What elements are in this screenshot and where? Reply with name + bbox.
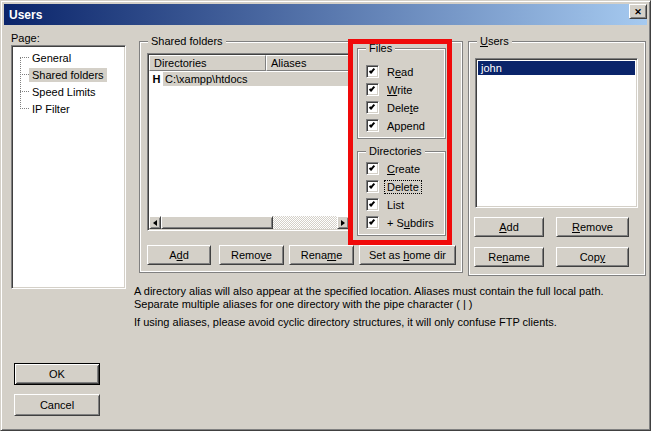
files-read-checkbox[interactable]: Read: [366, 64, 415, 79]
user-add-button[interactable]: Add: [474, 217, 544, 237]
alias-note-text: A directory alias will also appear at th…: [134, 285, 646, 311]
user-row-john[interactable]: john: [478, 61, 635, 75]
checkmark-icon: [369, 182, 375, 188]
dirs-subdirs-checkbox[interactable]: + Subdirs: [366, 215, 436, 230]
checkbox[interactable]: [366, 119, 379, 132]
checkmark-icon: [369, 164, 375, 170]
folder-add-button[interactable]: Add: [147, 245, 211, 265]
cyclic-note-text: If using aliases, please avoid cyclic di…: [134, 316, 646, 329]
checkmark-icon: [369, 67, 375, 73]
checkbox[interactable]: [366, 198, 379, 211]
title-bar[interactable]: Users: [4, 4, 647, 25]
close-icon: ✕: [634, 7, 642, 17]
ok-button[interactable]: OK: [14, 363, 100, 385]
scrollbar-thumb[interactable]: [161, 216, 273, 229]
scroll-left-icon: [153, 220, 157, 226]
checkbox[interactable]: [366, 83, 379, 96]
directories-group-label: Directories: [366, 144, 425, 158]
checkbox[interactable]: [366, 162, 379, 175]
checkbox[interactable]: [366, 180, 379, 193]
column-header-directories[interactable]: Directories: [149, 55, 266, 71]
checkbox[interactable]: [366, 65, 379, 78]
dirs-delete-checkbox[interactable]: Delete: [366, 179, 421, 194]
tree-stub-icon: [20, 57, 29, 58]
checkmark-icon: [369, 218, 375, 224]
checkmark-icon: [369, 121, 375, 127]
files-write-checkbox[interactable]: Write: [366, 82, 414, 97]
home-marker: H: [150, 73, 163, 85]
page-item-ip-filter[interactable]: IP Filter: [15, 100, 121, 117]
page-list: General Shared folders Speed Limits IP F…: [11, 45, 126, 289]
user-copy-button[interactable]: Copy: [556, 247, 629, 267]
folder-rename-button[interactable]: Rename: [289, 245, 354, 265]
dirs-list-checkbox[interactable]: List: [366, 197, 406, 212]
files-append-checkbox[interactable]: Append: [366, 118, 427, 133]
directory-row[interactable]: H C:\xampp\htdocs: [150, 72, 348, 86]
page-item-general[interactable]: General: [15, 49, 121, 66]
users-dialog: Users ✕ Page: General Shared folders Spe…: [0, 0, 651, 431]
directory-path: C:\xampp\htdocs: [163, 72, 348, 86]
user-rename-button[interactable]: Rename: [474, 247, 544, 267]
page-label: Page:: [11, 32, 40, 44]
files-group-label: Files: [366, 41, 395, 55]
checkmark-icon: [369, 200, 375, 206]
horizontal-scrollbar[interactable]: [149, 216, 349, 229]
scroll-right-icon: [341, 220, 345, 226]
checkbox[interactable]: [366, 216, 379, 229]
directories-list: Directories Aliases H C:\xampp\htdocs: [147, 53, 351, 231]
checkmark-icon: [369, 85, 375, 91]
tree-stub-icon: [20, 74, 29, 75]
files-delete-checkbox[interactable]: Delete: [366, 100, 421, 115]
column-header-aliases[interactable]: Aliases: [266, 55, 349, 71]
scroll-left-button[interactable]: [149, 216, 161, 229]
scroll-right-button[interactable]: [337, 216, 349, 229]
close-button[interactable]: ✕: [629, 4, 647, 19]
tree-stub-icon: [20, 91, 29, 92]
page-item-speed-limits[interactable]: Speed Limits: [15, 83, 121, 100]
window-title: Users: [9, 8, 42, 22]
tree-stub-icon: [20, 108, 29, 109]
folder-remove-button[interactable]: Remove: [219, 245, 284, 265]
checkmark-icon: [369, 103, 375, 109]
shared-folders-group-label: Shared folders: [148, 34, 226, 48]
checkbox[interactable]: [366, 101, 379, 114]
dirs-create-checkbox[interactable]: Create: [366, 161, 422, 176]
set-as-home-dir-button[interactable]: Set as home dir: [359, 245, 456, 265]
users-list: john: [475, 58, 638, 208]
cancel-button[interactable]: Cancel: [14, 394, 100, 416]
users-group-label: Users: [477, 34, 512, 48]
page-tree: General Shared folders Speed Limits IP F…: [15, 49, 121, 117]
user-remove-button[interactable]: Remove: [556, 217, 629, 237]
page-item-shared-folders[interactable]: Shared folders: [15, 66, 121, 83]
